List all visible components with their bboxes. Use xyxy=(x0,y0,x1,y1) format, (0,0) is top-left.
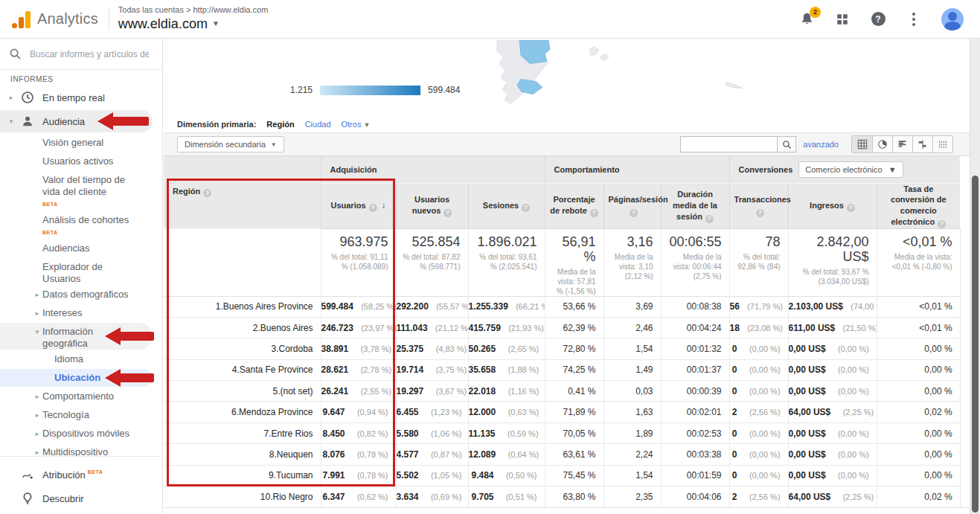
column-header-ingresos[interactable]: Ingresos xyxy=(788,183,877,228)
pivot-view-button[interactable] xyxy=(932,136,952,152)
region-link[interactable]: Mendoza Province xyxy=(239,407,313,417)
cell-paginas: 0,03 xyxy=(603,381,661,402)
help-icon[interactable] xyxy=(705,215,714,223)
sidebar-item-descubrir[interactable]: Descubrir xyxy=(0,487,161,510)
help-icon[interactable] xyxy=(630,209,638,217)
scrollbar-thumb[interactable] xyxy=(972,176,979,513)
totals-usuarios: 963.975% del total: 91,11 % (1.058.089) xyxy=(321,228,396,296)
region-link[interactable]: Entre Rios xyxy=(271,428,313,439)
top-header: Analytics Todas las cuentas > http://www… xyxy=(0,0,980,39)
column-header-paginas[interactable]: Páginas/sesión xyxy=(603,183,661,228)
comparison-view-button[interactable] xyxy=(912,136,932,152)
cell-sesiones: 11.135(0,59 %) xyxy=(468,423,545,443)
analytics-app: Analytics Todas las cuentas > http://www… xyxy=(0,0,980,514)
column-header-sesiones[interactable]: Sesiones xyxy=(468,183,545,228)
apps-grid-button[interactable] xyxy=(834,11,851,28)
help-icon[interactable] xyxy=(590,209,598,217)
secondary-dimension-button[interactable]: Dimensión secundaria▼ xyxy=(177,136,284,152)
cell-region: 5.(not set) xyxy=(164,381,321,402)
cell-region: 2.Buenos Aires xyxy=(164,317,321,338)
sidebar-item-usuarios-activos[interactable]: Usuarios activos xyxy=(0,152,162,170)
cell-rebote: 63,61 % xyxy=(545,444,603,465)
help-icon[interactable] xyxy=(443,209,452,217)
chevron-down-icon: ▼ xyxy=(363,121,370,129)
sidebar-item-datos-demograficos[interactable]: ▸Datos demográficos xyxy=(0,286,162,303)
dimension-tab-region[interactable]: Región xyxy=(266,120,294,129)
column-header-tasa[interactable]: Tasa de conversión de comercio electróni… xyxy=(877,183,960,228)
help-icon[interactable] xyxy=(756,209,764,217)
notifications-button[interactable]: 2 xyxy=(798,11,815,28)
sidebar-item-atribucion[interactable]: AtribuciónBETA xyxy=(0,463,161,486)
row-rank: 2. xyxy=(241,323,260,333)
cell-transacciones: 0(0,00 %) xyxy=(729,465,788,486)
help-icon[interactable] xyxy=(369,204,377,212)
column-header-rebote[interactable]: Porcentaje de rebote xyxy=(545,183,603,228)
region-link[interactable]: Santa Fe Province xyxy=(240,364,313,375)
cell-region: 1.Buenos Aires Province xyxy=(164,296,321,317)
performance-view-button[interactable] xyxy=(892,136,912,152)
more-menu-button[interactable] xyxy=(906,11,922,28)
column-header-usuarios-nuevos[interactable]: Usuarios nuevos xyxy=(396,183,468,228)
table-view-button[interactable] xyxy=(852,136,872,152)
sort-desc-icon[interactable]: ↓ xyxy=(382,200,386,211)
sidebar-item-dispositivos-moviles[interactable]: ▸Dispositivos móviles xyxy=(0,425,162,443)
sidebar-item-label: Descubrir xyxy=(42,493,84,504)
region-link[interactable]: Rio Negro xyxy=(272,492,313,502)
totals-row: 963.975% del total: 91,11 % (1.058.089) … xyxy=(164,228,960,296)
cell-ingresos: 0,00 US$(0,00 %) xyxy=(788,423,877,443)
help-icon[interactable] xyxy=(847,204,855,212)
sidebar-item-realtime[interactable]: ▸ En tiempo real xyxy=(0,86,162,109)
sidebar-item-intereses[interactable]: ▸Intereses xyxy=(0,304,162,322)
cell-tasa: 0,02 % xyxy=(877,402,960,423)
column-header-region[interactable]: Región xyxy=(164,156,321,228)
dimension-tab-otros[interactable]: Otros▼ xyxy=(342,120,371,129)
help-icon[interactable] xyxy=(938,220,946,228)
cell-tasa: 0,00 % xyxy=(877,359,960,380)
help-icon[interactable] xyxy=(522,204,530,212)
dimension-tab-ciudad[interactable]: Ciudad xyxy=(305,120,331,129)
chevron-right-icon: ▸ xyxy=(33,409,42,421)
cell-sesiones: 50.265(2,65 %) xyxy=(468,338,545,359)
search-input[interactable] xyxy=(30,49,149,60)
search-icon xyxy=(9,48,22,60)
legend-max: 599.484 xyxy=(428,85,460,95)
sidebar-item-valor-tiempo-vida[interactable]: Valor del tiempo de vida del clienteBETA xyxy=(0,171,162,211)
region-link[interactable]: Buenos Aires Province xyxy=(223,301,313,312)
table-search-input[interactable] xyxy=(680,136,777,152)
chevron-right-icon: ▸ xyxy=(33,289,42,301)
sidebar-item-vision-general[interactable]: Visión general xyxy=(0,134,162,152)
region-link[interactable]: Buenos Aires xyxy=(260,323,313,333)
sidebar-item-audiencias[interactable]: Audiencias xyxy=(0,240,162,257)
user-avatar[interactable] xyxy=(941,8,964,30)
sidebar-item-comportamiento[interactable]: ▸Comportamiento xyxy=(0,388,162,405)
sidebar-item-tecnologia[interactable]: ▸Tecnología xyxy=(0,406,162,424)
region-link[interactable]: Neuquen xyxy=(277,449,313,460)
column-header-transacciones[interactable]: Transacciones xyxy=(729,183,788,228)
cell-transacciones: 0(0,00 %) xyxy=(729,338,788,359)
sidebar-item-analisis-cohortes[interactable]: Análisis de cohortesBETA xyxy=(0,211,162,239)
region-link[interactable]: Cordoba xyxy=(278,344,313,354)
sidebar-item-informacion-geografica[interactable]: ▾ Información geográfica xyxy=(0,323,153,350)
geo-map: 1.215 599.484 xyxy=(164,39,970,115)
cell-rebote: 53,66 % xyxy=(545,296,603,317)
help-button[interactable]: ? xyxy=(870,11,886,28)
sidebar-item-audiencia[interactable]: ▾ Audiencia xyxy=(0,110,153,132)
breadcrumb: Todas las cuentas > http://www.eldia.com xyxy=(118,5,268,16)
sidebar-item-idioma[interactable]: Idioma xyxy=(0,350,162,368)
percentage-view-button[interactable] xyxy=(872,136,892,152)
sidebar-item-ubicacion[interactable]: Ubicación xyxy=(0,369,153,387)
cell-duracion: 00:02:01 xyxy=(661,402,729,423)
region-link[interactable]: (not set) xyxy=(280,386,313,396)
view-toggle-group xyxy=(851,135,953,153)
column-header-usuarios[interactable]: Usuarios↓ xyxy=(321,183,396,228)
column-header-duracion[interactable]: Duración media de la sesión xyxy=(661,183,729,228)
table-search-button[interactable] xyxy=(777,136,796,152)
help-icon[interactable] xyxy=(203,189,211,197)
conversion-type-select[interactable]: Comercio electrónico▼ xyxy=(798,161,903,178)
advanced-link[interactable]: avanzado xyxy=(803,140,839,149)
account-selector[interactable]: Todas las cuentas > http://www.eldia.com… xyxy=(118,5,268,32)
sidebar-item-explorador-usuarios[interactable]: Explorador de Usuarios xyxy=(0,258,162,285)
analytics-logo-icon[interactable] xyxy=(12,10,31,28)
cell-ingresos: 64,00 US$(2,25 %) xyxy=(788,402,877,423)
region-link[interactable]: Tucuman xyxy=(276,470,313,481)
